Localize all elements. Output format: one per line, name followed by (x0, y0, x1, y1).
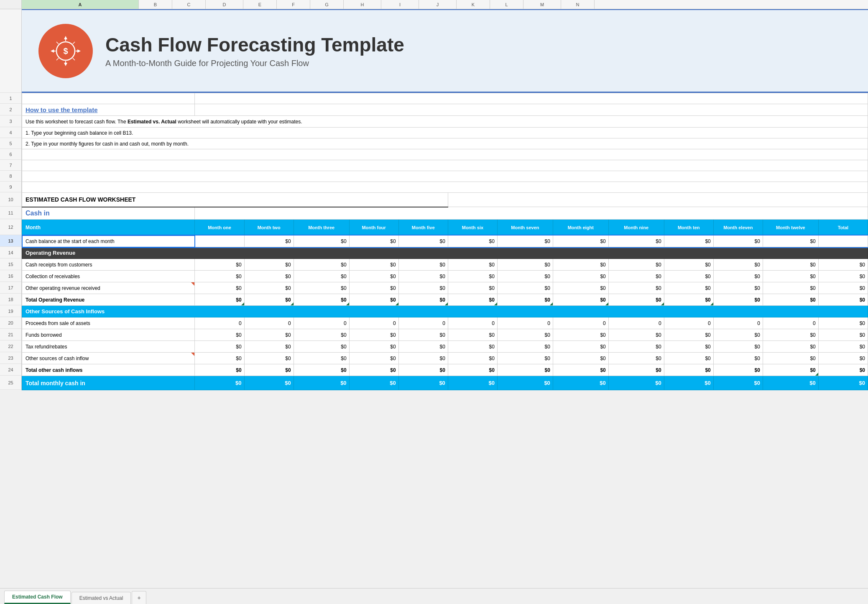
cell-r18-k[interactable]: $0 (664, 294, 713, 306)
cell-r20-d[interactable]: 0 (294, 317, 349, 329)
row-num-25[interactable]: 25 (0, 376, 21, 390)
cell-r16-j[interactable]: $0 (608, 271, 664, 282)
cell-r17-j[interactable]: $0 (608, 282, 664, 294)
cell-r13-f[interactable]: $0 (398, 235, 448, 247)
cell-r18-g[interactable]: $0 (448, 294, 497, 306)
col-header-i[interactable]: I (381, 0, 419, 9)
cell-r23-k[interactable]: $0 (664, 353, 713, 364)
cell-r20-e[interactable]: 0 (349, 317, 398, 329)
cell-r17-i[interactable]: $0 (553, 282, 608, 294)
cell-r15-n[interactable]: $0 (818, 259, 868, 271)
cell-r21-g[interactable]: $0 (448, 329, 497, 341)
cell-r24-l[interactable]: $0 (713, 364, 763, 376)
row-num-22[interactable]: 22 (0, 340, 21, 352)
cell-r17-b[interactable]: $0 (195, 282, 244, 294)
cell-r20-c[interactable]: 0 (244, 317, 294, 329)
cell-r10[interactable]: ESTIMATED CASH FLOW WORKSHEET (22, 193, 448, 207)
row-num-17[interactable]: 17 (0, 282, 21, 294)
col-header-k[interactable]: K (457, 0, 490, 9)
cell-r22-m[interactable]: $0 (763, 341, 818, 353)
cell-r23-h[interactable]: $0 (497, 353, 553, 364)
row-num-18[interactable]: 18 (0, 294, 21, 305)
cell-r13-g[interactable]: $0 (448, 235, 497, 247)
cell-r13-m[interactable]: $0 (763, 235, 818, 247)
row-num-16[interactable]: 16 (0, 270, 21, 282)
cell-r1-a[interactable] (22, 93, 195, 104)
cell-r22-l[interactable]: $0 (713, 341, 763, 353)
cell-r24-a[interactable]: Total other cash inflows (22, 364, 195, 376)
row-num-23[interactable]: 23 (0, 352, 21, 364)
cell-r17-d[interactable]: $0 (294, 282, 349, 294)
cell-r13-j[interactable]: $0 (608, 235, 664, 247)
cell-r18-c[interactable]: $0 (244, 294, 294, 306)
col-header-d[interactable]: D (206, 0, 243, 9)
cell-r15-g[interactable]: $0 (448, 259, 497, 271)
cell-r22-h[interactable]: $0 (497, 341, 553, 353)
cell-r22-j[interactable]: $0 (608, 341, 664, 353)
col-header-n[interactable]: N (561, 0, 595, 9)
cell-r15-a[interactable]: Cash receipts from customers (22, 259, 195, 271)
cell-r13-n[interactable] (818, 235, 868, 247)
cell-r21-a[interactable]: Funds borrowed (22, 329, 195, 341)
cell-r18-i[interactable]: $0 (553, 294, 608, 306)
row-num-4[interactable]: 4 (0, 127, 21, 138)
cell-r22-f[interactable]: $0 (398, 341, 448, 353)
cell-r15-l[interactable]: $0 (713, 259, 763, 271)
cell-r21-c[interactable]: $0 (244, 329, 294, 341)
cell-r20-h[interactable]: 0 (497, 317, 553, 329)
cell-r21-j[interactable]: $0 (608, 329, 664, 341)
row-num-5[interactable]: 5 (0, 138, 21, 149)
cell-r23-g[interactable]: $0 (448, 353, 497, 364)
cell-r16-n[interactable]: $0 (818, 271, 868, 282)
cell-r16-c[interactable]: $0 (244, 271, 294, 282)
cell-r13-e[interactable]: $0 (349, 235, 398, 247)
col-header-a[interactable]: A (22, 0, 139, 9)
cell-r23-n[interactable]: $0 (818, 353, 868, 364)
cell-r16-e[interactable]: $0 (349, 271, 398, 282)
cell-r17-f[interactable]: $0 (398, 282, 448, 294)
col-header-c[interactable]: C (172, 0, 206, 9)
cell-r17-h[interactable]: $0 (497, 282, 553, 294)
cell-r23-f[interactable]: $0 (398, 353, 448, 364)
row-num-24[interactable]: 24 (0, 364, 21, 376)
cell-r15-j[interactable]: $0 (608, 259, 664, 271)
cell-r22-e[interactable]: $0 (349, 341, 398, 353)
cell-r18-n[interactable]: $0 (818, 294, 868, 306)
cell-r24-d[interactable]: $0 (294, 364, 349, 376)
row-num-13[interactable]: 13 (0, 235, 21, 247)
cell-r23-i[interactable]: $0 (553, 353, 608, 364)
cell-r18-j[interactable]: $0 (608, 294, 664, 306)
cell-r20-l[interactable]: 0 (713, 317, 763, 329)
cell-r23-m[interactable]: $0 (763, 353, 818, 364)
cell-r18-m[interactable]: $0 (763, 294, 818, 306)
cell-r21-n[interactable]: $0 (818, 329, 868, 341)
cell-r17-g[interactable]: $0 (448, 282, 497, 294)
cell-r20-n[interactable]: $0 (818, 317, 868, 329)
cell-r21-f[interactable]: $0 (398, 329, 448, 341)
cell-r23-l[interactable]: $0 (713, 353, 763, 364)
cell-r5[interactable]: 2. Type in your monthly figures for cash… (22, 138, 868, 149)
row-num-21[interactable]: 21 (0, 329, 21, 340)
cell-r20-j[interactable]: 0 (608, 317, 664, 329)
cell-r24-n[interactable]: $0 (818, 364, 868, 376)
cell-r16-a[interactable]: Collection of receivables (22, 271, 195, 282)
row-num-10[interactable]: 10 (0, 192, 21, 207)
cell-r16-k[interactable]: $0 (664, 271, 713, 282)
cell-r22-k[interactable]: $0 (664, 341, 713, 353)
row-num-6[interactable]: 6 (0, 149, 21, 160)
cell-r15-f[interactable]: $0 (398, 259, 448, 271)
cell-r15-d[interactable]: $0 (294, 259, 349, 271)
cell-r17-n[interactable]: $0 (818, 282, 868, 294)
cell-r24-e[interactable]: $0 (349, 364, 398, 376)
cell-r13-a[interactable]: Cash balance at the start of each month (22, 235, 195, 247)
cell-r13-h[interactable]: $0 (497, 235, 553, 247)
cell-r22-i[interactable]: $0 (553, 341, 608, 353)
col-header-j[interactable]: J (419, 0, 457, 9)
cell-r18-f[interactable]: $0 (398, 294, 448, 306)
cell-r24-i[interactable]: $0 (553, 364, 608, 376)
row-num-2[interactable]: 2 (0, 104, 21, 115)
cell-r11[interactable]: Cash in (22, 207, 195, 220)
cell-r15-m[interactable]: $0 (763, 259, 818, 271)
cell-r20-g[interactable]: 0 (448, 317, 497, 329)
cell-r23-d[interactable]: $0 (294, 353, 349, 364)
